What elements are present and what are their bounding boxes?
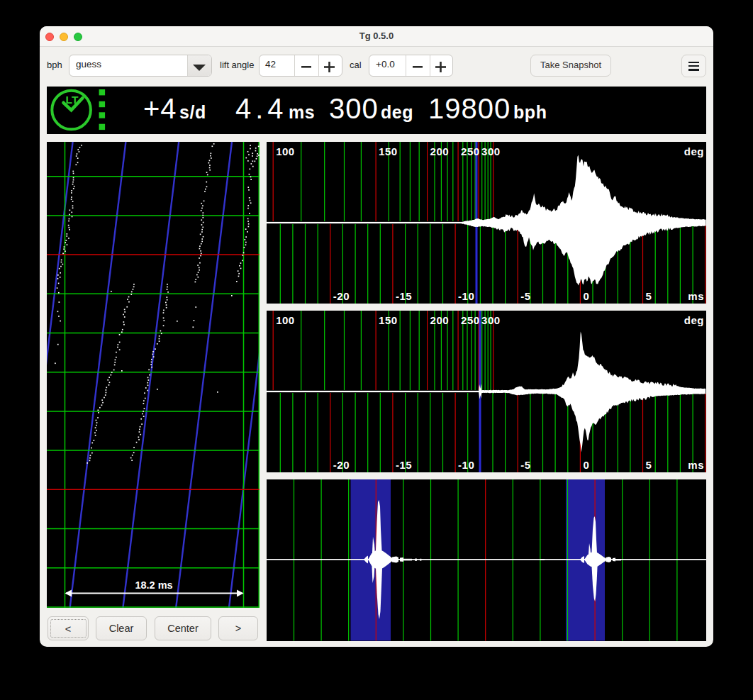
svg-text:-20: -20 bbox=[333, 290, 350, 302]
svg-text:-5: -5 bbox=[520, 290, 530, 302]
svg-text:150: 150 bbox=[379, 314, 398, 326]
svg-text:-15: -15 bbox=[396, 290, 412, 302]
svg-text:-15: -15 bbox=[396, 459, 412, 471]
svg-text:deg: deg bbox=[684, 145, 704, 157]
svg-text:ms: ms bbox=[688, 290, 704, 302]
svg-text:-5: -5 bbox=[520, 459, 530, 471]
svg-text:0: 0 bbox=[583, 290, 589, 302]
svg-text:-10: -10 bbox=[458, 290, 474, 302]
svg-text:-10: -10 bbox=[458, 459, 474, 471]
svg-text:100: 100 bbox=[276, 145, 295, 157]
svg-text:250: 250 bbox=[461, 145, 480, 157]
svg-text:0: 0 bbox=[583, 459, 589, 471]
svg-text:200: 200 bbox=[430, 145, 450, 157]
svg-text:150: 150 bbox=[379, 145, 398, 157]
svg-text:ms: ms bbox=[688, 459, 704, 471]
svg-text:250: 250 bbox=[461, 314, 480, 326]
svg-text:300: 300 bbox=[481, 145, 501, 157]
svg-text:-20: -20 bbox=[333, 459, 350, 471]
svg-text:5: 5 bbox=[646, 459, 652, 471]
svg-text:100: 100 bbox=[276, 314, 295, 326]
svg-text:18.2 ms: 18.2 ms bbox=[135, 579, 172, 591]
svg-text:5: 5 bbox=[646, 290, 652, 302]
svg-text:200: 200 bbox=[430, 314, 450, 326]
svg-text:deg: deg bbox=[684, 314, 704, 326]
svg-text:300: 300 bbox=[481, 314, 501, 326]
